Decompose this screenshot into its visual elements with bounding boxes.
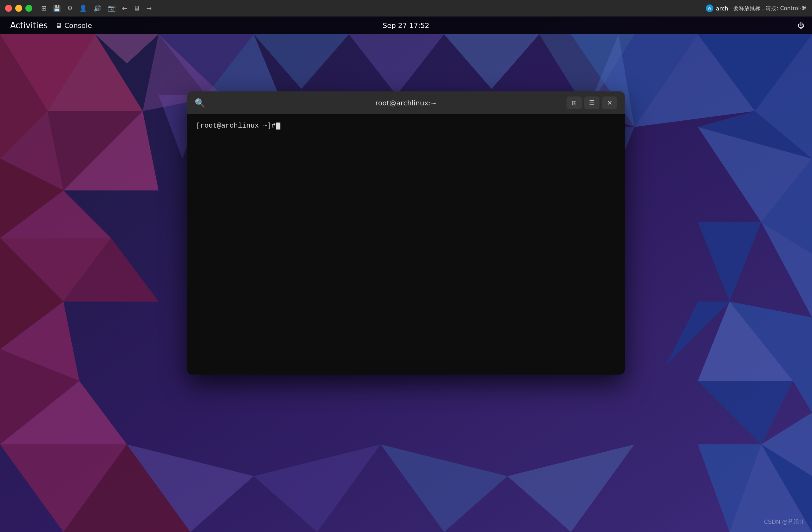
back-icon[interactable]: ← bbox=[122, 4, 128, 12]
vm-toolbar: ⊞ 💾 ⚙ 👤 🔊 📷 ← 🖥 → A arch 要释放鼠标，请按: Contr… bbox=[0, 0, 812, 16]
settings-icon[interactable]: ⚙ bbox=[67, 4, 73, 12]
camera-icon[interactable]: 📷 bbox=[108, 4, 116, 12]
terminal-search-icon[interactable]: 🔍 bbox=[195, 98, 205, 108]
gnome-clock: Sep 27 17:52 bbox=[383, 22, 430, 29]
minimize-traffic-light[interactable] bbox=[15, 5, 22, 12]
terminal-cursor bbox=[276, 123, 280, 129]
vm-toolbar-icons: ⊞ 💾 ⚙ 👤 🔊 📷 ← 🖥 → bbox=[41, 4, 151, 12]
new-tab-icon: ⊞ bbox=[571, 99, 577, 107]
close-button[interactable]: ✕ bbox=[602, 97, 617, 109]
console-tab-icon: 🖥 bbox=[56, 22, 62, 29]
user-icon[interactable]: 👤 bbox=[79, 4, 87, 12]
display-icon[interactable]: 🖥 bbox=[133, 4, 140, 12]
arch-icon: A bbox=[706, 4, 713, 12]
watermark: CSDN @艺沿IT bbox=[764, 518, 804, 526]
menu-button[interactable]: ☰ bbox=[584, 97, 599, 109]
terminal-prompt: [root@archlinux ~]# bbox=[196, 122, 616, 130]
traffic-lights bbox=[5, 5, 32, 12]
desktop: 🔍 root@archlinux:~ ⊞ ☰ ✕ [root@archlinux… bbox=[0, 34, 812, 532]
close-icon: ✕ bbox=[607, 99, 612, 107]
layout-icon[interactable]: ⊞ bbox=[41, 4, 47, 12]
terminal-prompt-text: [root@archlinux ~]# bbox=[196, 122, 276, 130]
menu-icon: ☰ bbox=[589, 99, 595, 107]
activities-button[interactable]: Activities bbox=[8, 19, 50, 31]
terminal-window: 🔍 root@archlinux:~ ⊞ ☰ ✕ [root@archlinux… bbox=[187, 92, 625, 375]
vm-toolbar-right: A arch 要释放鼠标，请按: Control-⌘ bbox=[706, 4, 807, 12]
terminal-body[interactable]: [root@archlinux ~]# bbox=[187, 114, 625, 375]
vm-arch-badge: A arch bbox=[706, 4, 728, 12]
terminal-titlebar: 🔍 root@archlinux:~ ⊞ ☰ ✕ bbox=[187, 92, 625, 114]
close-traffic-light[interactable] bbox=[5, 5, 12, 12]
gnome-topbar: Activities 🖥 Console Sep 27 17:52 ⏻ bbox=[0, 16, 812, 34]
terminal-titlebar-actions: ⊞ ☰ ✕ bbox=[566, 97, 617, 109]
capture-hint: 要释放鼠标，请按: Control-⌘ bbox=[733, 5, 807, 12]
console-tab[interactable]: 🖥 Console bbox=[56, 22, 92, 29]
save-icon[interactable]: 💾 bbox=[53, 4, 61, 12]
terminal-title: root@archlinux:~ bbox=[375, 99, 436, 107]
forward-icon[interactable]: → bbox=[146, 4, 151, 12]
arch-label: arch bbox=[716, 5, 728, 12]
console-tab-label: Console bbox=[64, 22, 92, 29]
new-tab-button[interactable]: ⊞ bbox=[566, 97, 582, 109]
volume-icon[interactable]: 🔊 bbox=[93, 4, 102, 12]
fullscreen-traffic-light[interactable] bbox=[25, 5, 32, 12]
power-icon[interactable]: ⏻ bbox=[797, 22, 804, 29]
